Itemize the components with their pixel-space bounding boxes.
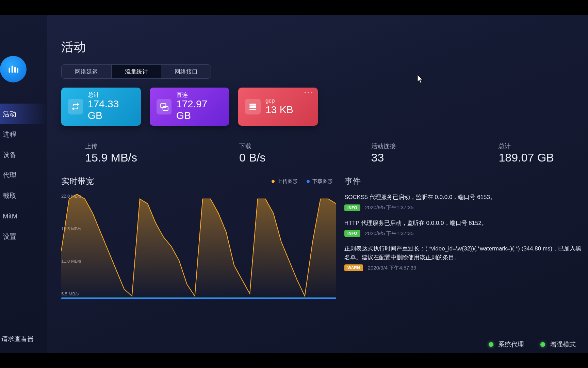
legend-dot-download (307, 180, 310, 183)
event-item: HTTP 代理服务已启动，监听在 0.0.0.0，端口号 6152。INFO20… (344, 219, 584, 237)
direct-icon (157, 99, 172, 114)
svg-rect-6 (249, 104, 256, 105)
card-menu-icon[interactable] (305, 92, 312, 93)
chart-title: 实时带宽 (61, 176, 94, 187)
status-system-proxy[interactable]: 系统代理 (489, 340, 524, 349)
chart-baseline-glow (61, 297, 336, 299)
event-message: SOCKS5 代理服务已启动，监听在 0.0.0.0，端口号 6153。 (344, 193, 584, 202)
svg-rect-8 (249, 109, 256, 110)
card-direct[interactable]: 直连172.97 GB (150, 88, 229, 126)
sidebar-item-6[interactable]: 设置 (0, 226, 47, 247)
sidebar-item-1[interactable]: 进程 (0, 124, 47, 144)
stat-active-label: 活动连接 (371, 142, 396, 150)
stat-upload-value: 15.9 MB/s (85, 151, 137, 164)
tab-2[interactable]: 网络接口 (161, 65, 211, 78)
card-label: 直连 (176, 92, 223, 98)
sidebar-item-3[interactable]: 代理 (0, 165, 47, 185)
event-level-badge: INFO (344, 204, 360, 211)
event-time: 2020/9/5 下午1:37:35 (365, 204, 414, 211)
event-level-badge: INFO (344, 230, 360, 237)
stat-download-value: 0 B/s (239, 151, 265, 164)
tab-bar: 网络延迟流量统计网络接口 (61, 64, 211, 79)
legend-download-label: 下载图形 (312, 178, 333, 185)
svg-rect-2 (14, 67, 16, 73)
chart-panel: 实时带宽 上传图形 下载图形 22.0 MB/s16.5 MB/s11.0 MB… (61, 176, 336, 309)
event-item: 正则表达式执行时间严重过长：(.*video_id=\w{32})(.*wate… (344, 244, 584, 271)
sidebar-item-0[interactable]: 活动 (0, 104, 47, 124)
event-message: 正则表达式执行时间严重过长：(.*video_id=\w{32})(.*wate… (344, 244, 584, 262)
status-enhanced-mode[interactable]: 增强模式 (540, 340, 576, 349)
sidebar-item-5[interactable]: MitM (0, 206, 47, 226)
status-dot-icon (540, 342, 545, 347)
events-panel: 事件 SOCKS5 代理服务已启动，监听在 0.0.0.0，端口号 6153。I… (344, 176, 588, 309)
svg-rect-0 (9, 68, 11, 73)
card-value: 13 KB (265, 104, 293, 116)
card-row: 总计174.33 GB直连172.97 GBgcp13 KB (61, 88, 588, 126)
card-total[interactable]: 总计174.33 GB (61, 88, 141, 126)
card-value: 174.33 GB (88, 98, 134, 121)
stat-download-label: 下载 (239, 142, 265, 150)
chart-legend: 上传图形 下载图形 (272, 178, 333, 185)
status-system-proxy-label: 系统代理 (498, 340, 524, 349)
stat-active-value: 33 (371, 151, 396, 164)
card-label: 总计 (88, 92, 134, 98)
svg-rect-7 (249, 106, 256, 108)
stat-upload: 上传 15.9 MB/s (85, 142, 137, 164)
stat-download: 下载 0 B/s (239, 142, 265, 164)
event-item: SOCKS5 代理服务已启动，监听在 0.0.0.0，端口号 6153。INFO… (344, 193, 584, 211)
card-label: gcp (265, 98, 293, 104)
event-message: HTTP 代理服务已启动，监听在 0.0.0.0，端口号 6152。 (344, 219, 584, 228)
sidebar-item-2[interactable]: 设备 (0, 144, 47, 165)
app-logo (0, 56, 27, 82)
main: 活动 网络延迟流量统计网络接口 总计174.33 GB直连172.97 GBgc… (47, 15, 588, 353)
cursor-icon (417, 74, 423, 84)
legend-upload-label: 上传图形 (277, 178, 298, 185)
gcp-icon (245, 99, 261, 114)
page-title: 活动 (61, 39, 588, 56)
stat-upload-label: 上传 (85, 142, 137, 150)
status-dot-icon (489, 342, 493, 347)
svg-rect-3 (17, 68, 19, 73)
card-value: 172.97 GB (176, 98, 223, 121)
legend-dot-upload (272, 180, 275, 183)
card-gcp[interactable]: gcp13 KB (238, 88, 318, 126)
tab-1[interactable]: 流量统计 (111, 65, 161, 78)
tab-0[interactable]: 网络延迟 (62, 65, 111, 78)
status-bar: 系统代理 增强模式 (47, 336, 588, 353)
sidebar-footer-request-viewer[interactable]: 请求查看器 (0, 335, 47, 353)
svg-rect-1 (12, 66, 13, 73)
event-time: 2020/9/5 下午1:37:35 (365, 230, 414, 237)
events-title: 事件 (344, 176, 584, 187)
total-icon (68, 99, 83, 114)
stat-total-value: 189.07 GB (499, 151, 554, 164)
sidebar-item-4[interactable]: 截取 (0, 185, 47, 206)
stat-active-connections: 活动连接 33 (371, 142, 396, 164)
stat-total-label: 总计 (499, 142, 554, 150)
event-time: 2020/9/4 下午4:57:39 (368, 265, 416, 271)
event-level-badge: WARN (344, 264, 363, 271)
status-enhanced-label: 增强模式 (550, 340, 576, 349)
stat-total: 总计 189.07 GB (499, 142, 554, 164)
